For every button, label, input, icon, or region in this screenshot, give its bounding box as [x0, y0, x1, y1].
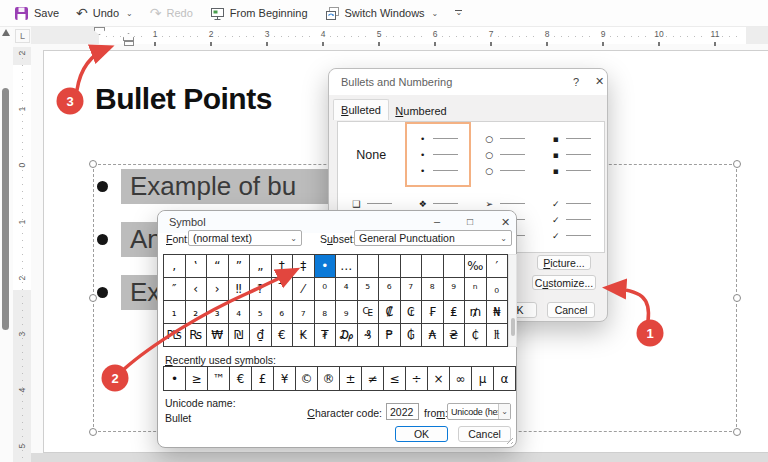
symbol-cell[interactable]: ₀ — [487, 278, 509, 301]
symbol-cell[interactable]: ₵ — [465, 324, 487, 347]
picture-button[interactable]: Picture... — [537, 255, 591, 270]
horizontal-ruler[interactable]: 1234567891011 — [0, 27, 768, 47]
symbol-cell[interactable] — [358, 255, 380, 278]
bullet-style-option[interactable]: ••• — [405, 122, 472, 187]
resize-handle-top-right[interactable] — [733, 160, 741, 168]
resize-handle-top-left[interactable] — [89, 160, 97, 168]
symbol-cell[interactable]: ⁸ — [422, 278, 444, 301]
thumbnail-panel-scrollbar[interactable] — [0, 27, 13, 462]
symbol-cell[interactable]: ₯ — [336, 324, 358, 347]
symbol-cell[interactable] — [444, 255, 466, 278]
symbol-cell[interactable]: ‡ — [293, 255, 315, 278]
recent-symbol-cell[interactable]: ® — [318, 367, 340, 391]
symbol-cell[interactable]: ₃ — [207, 301, 229, 324]
symbol-cell[interactable]: ₅ — [250, 301, 272, 324]
symbol-cell[interactable]: ₶ — [487, 324, 509, 347]
recent-symbol-cell[interactable]: £ — [252, 367, 274, 391]
symbol-cell[interactable]: ‽ — [250, 278, 272, 301]
symbol-cell[interactable]: ₨ — [186, 324, 208, 347]
symbol-cell[interactable]: ₧ — [164, 324, 186, 347]
symbol-cell[interactable]: ‚ — [164, 255, 186, 278]
recent-symbol-cell[interactable]: © — [296, 367, 318, 391]
symbol-cell[interactable]: ” — [229, 255, 251, 278]
undo-button[interactable]: ↶ Undo ⌄ — [76, 6, 133, 20]
recent-symbol-cell[interactable]: € — [230, 367, 252, 391]
recent-symbol-cell[interactable]: ∞ — [450, 367, 472, 391]
symbol-cell[interactable]: ₦ — [487, 301, 509, 324]
from-beginning-button[interactable]: From Beginning — [210, 6, 308, 21]
recent-symbol-cell[interactable]: ™ — [208, 367, 230, 391]
left-indent-marker[interactable] — [124, 41, 134, 46]
resize-handle-middle-left[interactable] — [89, 294, 97, 302]
undo-dropdown-chevron-icon[interactable]: ⌄ — [126, 9, 133, 18]
symbol-cell[interactable]: ‼ — [229, 278, 251, 301]
recent-symbol-cell[interactable]: ± — [340, 367, 362, 391]
symbol-cell[interactable]: › — [207, 278, 229, 301]
subset-dropdown[interactable]: General Punctuation⌄ — [354, 230, 512, 246]
symbol-cell[interactable]: ‾ — [272, 278, 294, 301]
recent-symbol-cell[interactable]: ≠ — [362, 367, 384, 391]
recent-symbol-cell[interactable]: × — [428, 367, 450, 391]
bullet-line[interactable]: Example of bu — [97, 169, 361, 204]
symbol-cell[interactable]: ₉ — [336, 301, 358, 324]
recent-symbol-cell[interactable]: ≥ — [186, 367, 208, 391]
symbol-cell[interactable]: ₲ — [401, 324, 423, 347]
symbol-cell[interactable]: ‹ — [186, 278, 208, 301]
help-icon[interactable]: ? — [573, 76, 579, 88]
customize-qat-overflow-button[interactable]: ⌄ — [455, 10, 462, 15]
symbol-cell[interactable]: ‰ — [465, 255, 487, 278]
tab-bulleted[interactable]: Bulleted — [333, 99, 389, 120]
symbol-cell[interactable]: ₢ — [401, 301, 423, 324]
symbol-cell[interactable]: ₱ — [379, 324, 401, 347]
symbol-cell[interactable]: … — [336, 255, 358, 278]
bullet-style-option[interactable]: ✓✓✓ — [538, 187, 605, 252]
scrollbar-thumb[interactable] — [511, 318, 515, 336]
font-dropdown[interactable]: (normal text)⌄ — [188, 230, 302, 246]
symbol-cell[interactable]: ′ — [487, 255, 509, 278]
symbol-cell[interactable]: ₣ — [422, 301, 444, 324]
symbol-cell[interactable]: ₪ — [229, 324, 251, 347]
symbol-cell[interactable]: ₭ — [293, 324, 315, 347]
bullet-text[interactable]: Example of bu — [121, 169, 361, 204]
symbol-cell-selected[interactable]: • — [315, 255, 337, 278]
symbol-cell[interactable]: „ — [250, 255, 272, 278]
recent-symbol-cell[interactable]: α — [494, 367, 516, 391]
from-dropdown[interactable]: Unicode (hex)⌄ — [447, 403, 511, 420]
symbol-cell[interactable]: “ — [207, 255, 229, 278]
cancel-button[interactable]: Cancel — [458, 426, 511, 442]
symbol-cell[interactable]: ₂ — [186, 301, 208, 324]
symbol-cell[interactable]: ₤ — [444, 301, 466, 324]
symbol-cell[interactable]: ⁄ — [293, 278, 315, 301]
cancel-button[interactable]: Cancel — [547, 302, 595, 318]
symbol-cell[interactable]: ⁷ — [401, 278, 423, 301]
symbol-cell[interactable]: ₩ — [207, 324, 229, 347]
character-code-input[interactable] — [386, 403, 419, 420]
symbol-cell[interactable]: ″ — [164, 278, 186, 301]
bullet-style-option[interactable]: ○○○ — [471, 122, 538, 187]
vertical-ruler[interactable]: 21012345 — [13, 47, 31, 462]
close-icon[interactable]: ✕ — [501, 216, 510, 229]
symbol-cell[interactable]: ₠ — [358, 301, 380, 324]
recent-symbol-cell[interactable]: • — [164, 367, 186, 391]
symbol-cell[interactable]: ₫ — [250, 324, 272, 347]
symbol-cell[interactable]: ₆ — [272, 301, 294, 324]
symbol-cell[interactable]: ₴ — [444, 324, 466, 347]
recent-symbol-cell[interactable]: ¥ — [274, 367, 296, 391]
symbol-cell[interactable]: ⁴ — [336, 278, 358, 301]
resize-handle-middle-right[interactable] — [733, 294, 741, 302]
symbol-cell[interactable]: ⁿ — [465, 278, 487, 301]
switch-windows-button[interactable]: Switch Windows ⌄ — [325, 6, 439, 21]
symbol-cell[interactable]: ₮ — [315, 324, 337, 347]
save-button[interactable]: Save — [14, 6, 59, 21]
ok-button[interactable]: OK — [395, 426, 448, 442]
symbol-cell[interactable]: † — [272, 255, 294, 278]
symbol-cell[interactable]: ⁵ — [358, 278, 380, 301]
symbol-cell[interactable]: ₰ — [358, 324, 380, 347]
symbol-cell[interactable] — [422, 255, 444, 278]
resize-handle-bottom-right[interactable] — [733, 428, 741, 436]
minimize-icon[interactable]: – — [434, 215, 440, 227]
symbol-cell[interactable]: ₄ — [229, 301, 251, 324]
recent-symbol-cell[interactable]: ≤ — [384, 367, 406, 391]
resize-handle-bottom-left[interactable] — [89, 428, 97, 436]
customize-button[interactable]: Customize... — [532, 275, 596, 290]
